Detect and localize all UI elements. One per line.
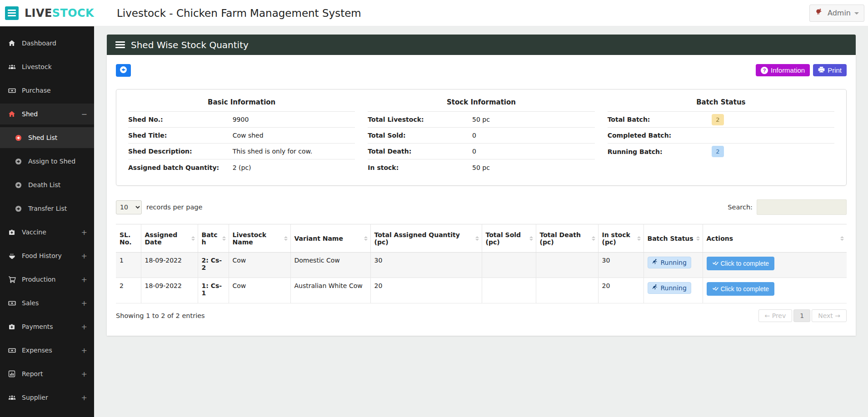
panel-body: ? Information Print Basic Information Sh…: [107, 55, 856, 336]
sort-icon: [222, 236, 226, 241]
sidebar-toggle-hamburger-icon[interactable]: [5, 6, 19, 20]
sidebar-item-transfer-list[interactable]: Transfer List: [0, 198, 94, 219]
running-person-icon: [652, 258, 658, 266]
sidebar-item-shed[interactable]: Shed −: [0, 104, 94, 124]
panel-header: Shed Wise Stock Quantity: [107, 35, 856, 55]
sidebar-item-vaccine[interactable]: Vaccine +: [0, 222, 94, 243]
sidebar-item-death-list[interactable]: Death List: [0, 174, 94, 195]
click-to-complete-button[interactable]: Click to complete: [707, 257, 775, 270]
batch-status-section: Batch Status Total Batch:2 Completed Bat…: [608, 92, 834, 175]
table-row: 2 18-09-2022 1: Cs-1 Cow Australian Whit…: [116, 278, 847, 303]
col-header-total-sold[interactable]: Total Sold (pc): [482, 224, 536, 253]
col-header-sl-no[interactable]: SL. No.: [116, 224, 141, 253]
sidebar-item-payments[interactable]: Payments +: [0, 316, 94, 337]
info-row-running-batch: Running Batch:2: [608, 144, 834, 159]
expand-plus-icon: +: [81, 370, 87, 378]
col-header-livestock-name[interactable]: Livestock Name: [229, 224, 290, 253]
col-header-batch[interactable]: Batch: [198, 224, 229, 253]
logo-live: LIVE: [25, 7, 52, 20]
sidebar-item-dashboard[interactable]: Dashboard: [0, 33, 94, 54]
col-header-in-stock[interactable]: In stock (pc): [598, 224, 644, 253]
sort-icon: [191, 236, 195, 241]
cell-batch-status: Running: [644, 253, 703, 278]
arrow-circle-icon: [14, 158, 22, 165]
expand-plus-icon: +: [81, 228, 87, 237]
search-input[interactable]: [757, 199, 847, 215]
sidebar-item-expenses[interactable]: Expenses +: [0, 340, 94, 361]
expand-plus-icon: +: [81, 299, 87, 308]
table-row: 1 18-09-2022 2: Cs-2 Cow Domestic Cow 30…: [116, 253, 847, 278]
sidebar-item-assign-to-shed[interactable]: Assign to Shed: [0, 151, 94, 172]
info-row-in-stock: In stock:50 pc: [368, 159, 594, 175]
sort-icon: [696, 236, 700, 241]
value: 50 pc: [472, 164, 490, 171]
panel-hamburger-icon: [115, 40, 125, 50]
col-header-batch-status[interactable]: Batch Status: [644, 224, 703, 253]
running-person-icon: [652, 284, 658, 292]
admin-menu-button[interactable]: Admin: [809, 5, 864, 22]
sort-icon: [529, 236, 533, 241]
sort-icon: [637, 236, 641, 241]
search-label: Search:: [728, 204, 753, 211]
col-header-variant-name[interactable]: Variant Name: [290, 224, 370, 253]
page-1-button[interactable]: 1: [793, 309, 810, 322]
col-header-assigned-date[interactable]: Assigned Date: [141, 224, 198, 253]
col-header-total-assigned-quantity[interactable]: Total Assigned Quantity (pc): [370, 224, 482, 253]
prev-page-button[interactable]: ← Prev: [758, 309, 793, 322]
basic-information-section: Basic Information Shed No.:9900 Shed Tit…: [128, 92, 355, 175]
sidebar-item-report[interactable]: Report +: [0, 363, 94, 384]
info-row-completed-batch: Completed Batch:: [608, 128, 834, 144]
arrow-left-circle-icon: [120, 66, 127, 75]
cell-variant-name: Australian White Cow: [290, 278, 370, 303]
stock-information-section: Stock Information Total Livestock:50 pc …: [368, 92, 594, 175]
sidebar-item-purchase[interactable]: Purchase: [0, 80, 94, 101]
sidebar-item-livestock[interactable]: Livestock: [0, 56, 94, 77]
pagination: ← Prev 1 Next →: [758, 309, 847, 322]
sidebar-item-production[interactable]: Production +: [0, 269, 94, 290]
col-header-total-death[interactable]: Total Death (pc): [536, 224, 598, 253]
cell-in-stock: 30: [598, 253, 644, 278]
records-per-page-label: records per page: [146, 204, 202, 211]
table-header-row: SL. No. Assigned Date Batch Livestock Na…: [116, 224, 847, 253]
click-to-complete-button[interactable]: Click to complete: [707, 282, 775, 296]
expand-plus-icon: +: [81, 323, 87, 331]
money-icon: [8, 347, 16, 354]
double-check-icon: [712, 260, 719, 267]
sidebar-item-sales[interactable]: Sales +: [0, 293, 94, 313]
stock-table: SL. No. Assigned Date Batch Livestock Na…: [116, 224, 847, 303]
value: 50 pc: [472, 116, 490, 123]
sidebar: Dashboard Livestock Purchase Shed − Shed…: [0, 26, 94, 417]
sidebar-item-shed-list[interactable]: Shed List: [0, 127, 94, 148]
topbar: LIVESTOCK Livestock - Chicken Farm Manag…: [0, 0, 868, 26]
money-icon: [8, 299, 16, 307]
cell-actions: Click to complete: [703, 253, 847, 278]
section-title: Stock Information: [368, 92, 594, 112]
col-header-actions[interactable]: Actions: [703, 224, 847, 253]
cell-in-stock: 20: [598, 278, 644, 303]
expand-plus-icon: +: [81, 275, 87, 284]
sidebar-item-food-history[interactable]: Food History +: [0, 245, 94, 266]
caret-down-icon: [854, 12, 859, 15]
collapse-minus-icon: −: [81, 110, 87, 119]
cell-batch: 2: Cs-2: [198, 253, 229, 278]
page-title: Livestock - Chicken Farm Management Syst…: [117, 7, 361, 19]
rooster-icon: [815, 8, 824, 19]
information-button[interactable]: ? Information: [756, 64, 810, 76]
home-icon: [8, 40, 16, 47]
page-size-select[interactable]: 10: [116, 200, 142, 214]
expand-plus-icon: +: [81, 252, 87, 260]
main-content: Shed Wise Stock Quantity ? Information P…: [94, 26, 868, 417]
logo-stock: STOCK: [52, 7, 94, 20]
print-button[interactable]: Print: [813, 64, 847, 76]
back-button[interactable]: [116, 64, 131, 77]
double-check-icon: [712, 285, 719, 293]
section-title: Batch Status: [608, 92, 834, 112]
cell-livestock-name: Cow: [229, 278, 290, 303]
value: Cow shed: [233, 132, 264, 139]
showing-entries-text: Showing 1 to 2 of 2 entries: [116, 312, 205, 319]
sort-icon: [475, 236, 479, 241]
next-page-button[interactable]: Next →: [812, 309, 847, 322]
sidebar-item-supplier[interactable]: Supplier +: [0, 387, 94, 408]
info-row-total-livestock: Total Livestock:50 pc: [368, 112, 594, 128]
running-status-badge: Running: [648, 282, 691, 294]
